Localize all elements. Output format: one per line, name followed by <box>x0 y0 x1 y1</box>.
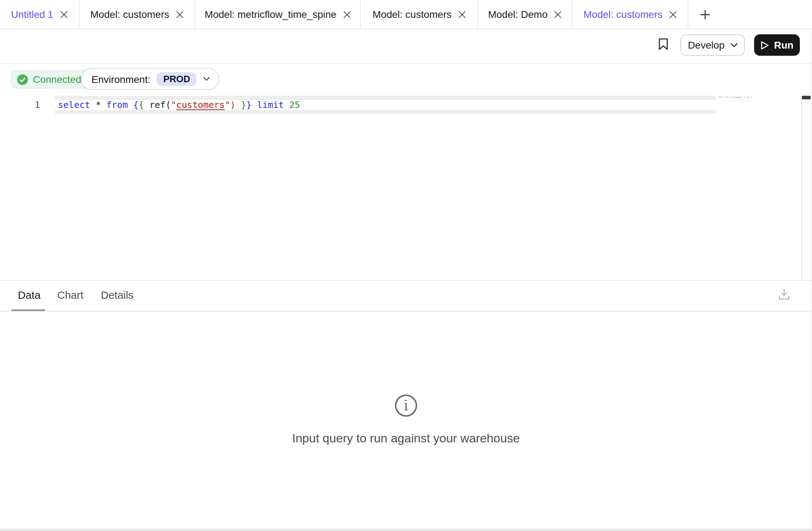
tab-label: Model: customers <box>90 9 169 20</box>
tab-label: Model: metricflow_time_spine <box>205 9 337 20</box>
close-icon[interactable] <box>669 10 677 18</box>
play-icon <box>761 40 769 50</box>
editor-scrollbar-thumb[interactable] <box>802 95 811 99</box>
run-button[interactable]: Run <box>754 34 800 56</box>
pane-divider[interactable] <box>0 280 812 281</box>
window-scrollbar-track[interactable] <box>811 29 811 529</box>
app-window: Untitled 1 Model: customers Model: metri… <box>0 0 812 531</box>
bottom-bar <box>0 529 812 531</box>
develop-button-label: Develop <box>688 39 725 51</box>
environment-selector[interactable]: Environment: PROD <box>81 68 219 90</box>
tab-model-metricflow-time-spine[interactable]: Model: metricflow_time_spine <box>195 0 361 29</box>
new-tab-button[interactable] <box>688 0 721 29</box>
tab-details[interactable]: Details <box>101 289 134 301</box>
editor-scrollbar-track[interactable] <box>801 95 811 280</box>
close-icon[interactable] <box>554 10 562 18</box>
minimap-code-line: select * from {{ ref("customers") }} lim… <box>718 96 731 98</box>
close-icon[interactable] <box>458 10 466 18</box>
info-icon: i <box>395 394 417 417</box>
tab-label: Model: customers <box>584 9 663 20</box>
download-icon[interactable] <box>778 288 791 301</box>
tab-model-customers-1[interactable]: Model: customers <box>79 0 195 29</box>
close-icon[interactable] <box>60 10 68 18</box>
plus-icon <box>699 9 710 20</box>
tab-label: Model: customers <box>373 9 452 20</box>
code-line[interactable]: select * from {{ ref("customers") }} lim… <box>58 100 300 110</box>
toolbar: Develop Run <box>0 29 812 64</box>
results-tabbar-border <box>0 311 812 312</box>
environment-value-chip: PROD <box>157 72 197 86</box>
tab-label: Model: Demo <box>488 9 548 20</box>
close-icon[interactable] <box>343 10 351 18</box>
tab-data[interactable]: Data <box>18 289 40 301</box>
bookmark-icon[interactable] <box>658 38 668 51</box>
run-button-label: Run <box>774 39 793 51</box>
tab-model-customers-3[interactable]: Model: customers <box>573 0 688 29</box>
line-number: 1 <box>27 100 40 110</box>
active-line-bottom-strip <box>55 110 716 114</box>
tab-model-customers-2[interactable]: Model: customers <box>361 0 478 29</box>
editor-tab-bar: Untitled 1 Model: customers Model: metri… <box>0 0 812 29</box>
tab-chart[interactable]: Chart <box>57 289 83 301</box>
connection-status-badge: Connected <box>11 70 90 89</box>
tab-untitled-1[interactable]: Untitled 1 <box>0 0 79 29</box>
close-icon[interactable] <box>175 10 183 18</box>
develop-button[interactable]: Develop <box>680 34 745 56</box>
environment-label: Environment: <box>91 73 150 85</box>
empty-state-message: Input query to run against your warehous… <box>0 432 812 446</box>
tab-label: Untitled 1 <box>11 9 53 20</box>
chevron-down-icon <box>730 43 737 48</box>
chevron-down-icon <box>203 76 210 81</box>
tab-model-demo[interactable]: Model: Demo <box>478 0 573 29</box>
editor-minimap[interactable]: select * from {{ ref("customers") }} lim… <box>718 96 804 102</box>
connection-status-label: Connected <box>33 74 81 85</box>
check-circle-icon <box>17 74 28 85</box>
